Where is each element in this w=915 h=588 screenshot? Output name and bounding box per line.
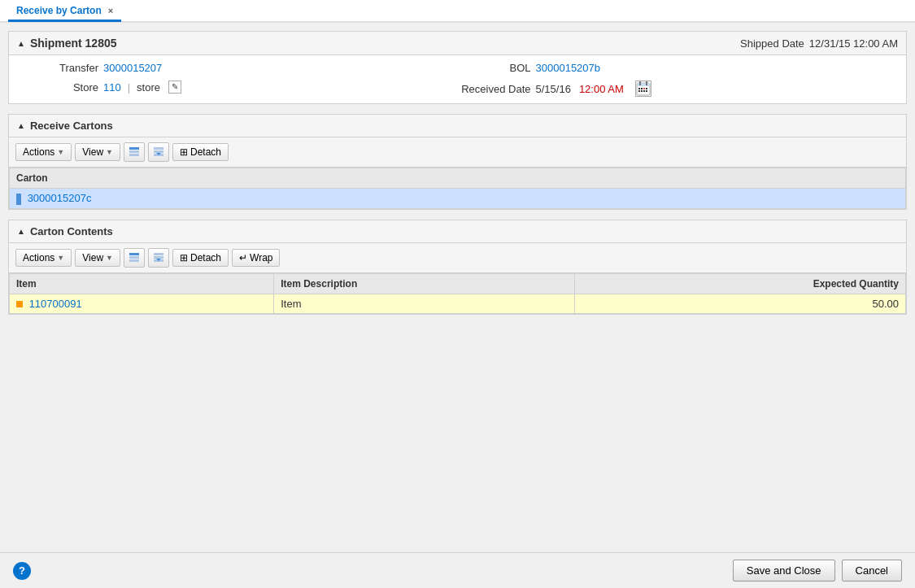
receive-cartons-body: Actions ▼ View ▼ ⊞ Detach [9,137,906,209]
received-date-time: 12:00 AM [579,83,624,95]
expected-qty-col-header: Expected Quantity [574,273,905,294]
svg-rect-19 [129,253,139,255]
contents-view-button[interactable]: View ▼ [75,249,120,267]
receive-cartons-header: ▲ Receive Cartons [9,115,906,137]
store-separator: | [128,81,130,94]
svg-rect-23 [154,256,163,259]
description-cell: Item [274,294,575,313]
contents-table-wrapper: Item Item Description Expected Quantity [9,273,906,314]
carton-contents-header: ▲ Carton Contents [9,220,906,243]
contents-collapse-icon[interactable]: ▲ [17,227,25,236]
detach-icon-inline: ⊞ [180,146,188,158]
carton-cell[interactable]: 3000015207c [10,189,906,209]
cartons-export-icon[interactable] [148,142,169,162]
cartons-detach-button[interactable]: ⊞ Detach [172,143,229,161]
contents-detach-button[interactable]: ⊞ Detach [172,249,229,267]
contents-actions-arrow: ▼ [57,254,64,262]
main-content: ▲ Shipment 12805 Shipped Date 12/31/15 1… [0,23,915,552]
item-value[interactable]: 110700091 [29,298,82,310]
store-label: Store [25,81,98,94]
carton-contents-section: ▲ Carton Contents Actions ▼ View ▼ [8,220,907,315]
bol-label: BOL [458,62,531,74]
svg-rect-21 [129,259,139,262]
svg-rect-1 [637,83,650,86]
svg-rect-20 [129,256,139,259]
contents-view-arrow: ▼ [106,254,113,262]
carton-col-header: Carton [10,168,906,189]
tab-receive-by-carton[interactable]: Receive by Carton × [8,2,121,22]
shipped-date-value: 12/31/15 12:00 AM [809,37,898,50]
svg-rect-7 [646,88,647,89]
wrap-icon: ↵ [239,252,247,264]
tab-close-icon[interactable]: × [108,6,113,15]
transfer-value[interactable]: 3000015207 [103,62,162,74]
cartons-actions-button[interactable]: Actions ▼ [15,143,72,161]
received-date-label: Received Date [458,83,531,95]
transfer-field: Transfer 3000015207 [25,62,458,74]
view-dropdown-arrow: ▼ [106,148,113,156]
svg-rect-11 [646,90,647,92]
store-edit-icon[interactable]: ✎ [168,81,181,94]
svg-rect-22 [154,253,163,255]
svg-rect-12 [129,147,139,150]
transfer-label: Transfer [25,62,98,74]
item-cell[interactable]: 110700091 [10,294,274,313]
store-name: store [137,81,160,94]
calendar-icon[interactable] [635,81,651,97]
tab-label: Receive by Carton [16,5,102,16]
contents-table: Item Item Description Expected Quantity [9,273,906,314]
contents-wrap-button[interactable]: ↵ Wrap [232,249,280,267]
contents-actions-button[interactable]: Actions ▼ [15,249,72,267]
shipment-section: ▲ Shipment 12805 Shipped Date 12/31/15 1… [8,31,907,104]
carton-value[interactable]: 3000015207c [28,192,92,204]
store-field: Store 110 | store ✎ [25,81,458,94]
svg-rect-15 [154,147,163,150]
svg-rect-13 [129,150,139,153]
contents-detach-icon: ⊞ [180,252,188,264]
table-row[interactable]: 3000015207c [10,189,906,209]
shipment-collapse-icon[interactable]: ▲ [17,39,25,48]
received-date-date: 5/15/16 [536,83,571,95]
shipped-date-label: Shipped Date [740,37,804,50]
expected-qty-cell: 50.00 [574,294,905,313]
help-icon[interactable]: ? [13,562,31,580]
bol-value[interactable]: 3000015207b [536,62,601,74]
carton-contents-body: Actions ▼ View ▼ ⊞ Detach ↵ [9,243,906,314]
contents-export-icon[interactable] [148,248,169,268]
svg-rect-14 [129,154,139,156]
svg-rect-9 [641,90,643,92]
svg-rect-16 [154,150,163,153]
svg-rect-10 [643,90,645,92]
shipment-header-row: ▲ Shipment 12805 Shipped Date 12/31/15 1… [9,32,906,55]
shipment-title: Shipment 12805 [30,37,117,50]
cartons-view-button[interactable]: View ▼ [75,143,120,161]
contents-toolbar: Actions ▼ View ▼ ⊞ Detach ↵ [9,243,906,273]
receive-cartons-section: ▲ Receive Cartons Actions ▼ View ▼ [8,114,907,210]
cartons-table: Carton 3000015207c [9,168,906,209]
contents-table-row[interactable]: 110700091 Item 50.00 [10,294,906,313]
svg-rect-6 [643,88,645,89]
cancel-button[interactable]: Cancel [842,560,902,581]
cartons-freeze-icon[interactable] [124,142,145,162]
store-number[interactable]: 110 [103,81,121,94]
received-date-field: Received Date 5/15/16 12:00 AM [458,81,891,97]
footer-bar: ? Save and Close Cancel [0,552,915,588]
cartons-toolbar: Actions ▼ View ▼ ⊞ Detach [9,137,906,168]
shipped-date-area: Shipped Date 12/31/15 12:00 AM [740,37,898,50]
cartons-collapse-icon[interactable]: ▲ [17,121,25,130]
carton-contents-title: Carton Contents [30,225,113,237]
svg-rect-5 [641,88,643,89]
contents-scroll[interactable]: Item Item Description Expected Quantity [9,273,906,314]
save-close-button[interactable]: Save and Close [733,560,835,581]
shipment-fields: Transfer 3000015207 Store 110 | store ✎ … [9,55,906,103]
actions-dropdown-arrow: ▼ [57,148,64,156]
receive-cartons-title: Receive Cartons [30,120,113,132]
bol-field: BOL 3000015207b [458,62,891,74]
svg-rect-4 [638,88,640,89]
svg-rect-8 [638,90,640,92]
description-col-header: Item Description [274,273,575,294]
item-col-header: Item [10,273,274,294]
row-indicator-icon [16,301,23,307]
contents-freeze-icon[interactable] [124,248,145,268]
